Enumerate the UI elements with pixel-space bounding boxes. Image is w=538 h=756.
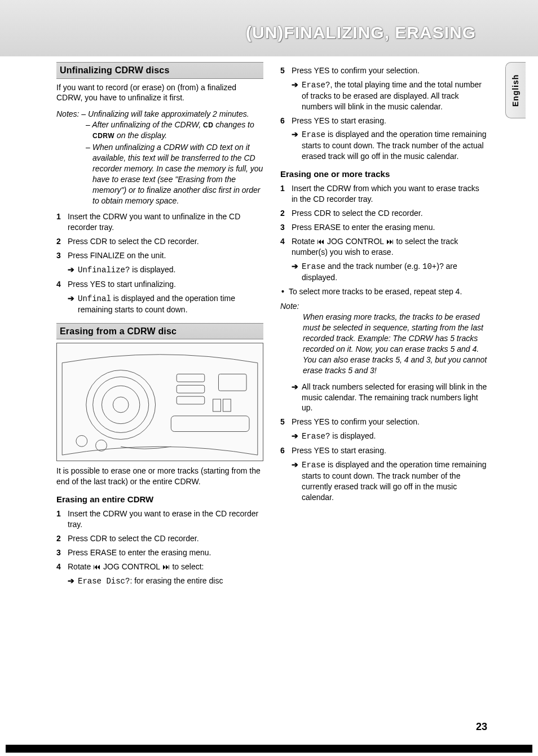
display-text: Erase?: [302, 81, 330, 90]
display-text: Erase?: [302, 432, 330, 441]
skip-next-icon: ⏭: [162, 562, 170, 571]
note-text: – After unfinalizing of the CDRW,: [86, 120, 203, 129]
step-text: Press YES to start unfinalizing.: [68, 279, 176, 290]
step-text: Insert the CDRW you want to erase in the…: [68, 509, 263, 530]
step-1: 1Insert the CDRW from which you want to …: [280, 183, 487, 205]
svg-rect-9: [213, 399, 221, 412]
display-text: 10+: [422, 262, 436, 271]
step-1: 1Insert the CDRW you want to unfinalize …: [56, 211, 263, 233]
note-text: When erasing more tracks, the tracks to …: [280, 312, 487, 375]
arrow-right-icon: ➔: [68, 293, 74, 315]
step-text: Press CDR to select the CD recorder.: [292, 208, 423, 219]
svg-rect-10: [223, 399, 231, 412]
note-item: – After unfinalizing of the CDRW, CD cha…: [56, 120, 263, 141]
skip-prev-icon: ⏮: [93, 562, 101, 571]
step-2: 2Press CDR to select the CD recorder.: [56, 533, 263, 544]
step-text: Press CDR to select the CD recorder.: [68, 533, 199, 544]
text: Rotate: [292, 237, 317, 246]
result-after-note: ➔All track numbers selected for erasing …: [292, 382, 487, 414]
device-illustration-svg: [57, 343, 263, 461]
note-item: – Unfinalizing will take approximately 2…: [81, 109, 249, 118]
bullet-item: To select more tracks to be erased, repe…: [281, 286, 487, 297]
step-text: Press ERASE to enter the erasing menu.: [292, 222, 435, 233]
step-3: 3Press ERASE to enter the erasing menu.: [56, 547, 263, 558]
arrow-right-icon: ➔: [292, 79, 298, 112]
display-text: Erase: [302, 262, 325, 271]
step-text: Press YES to start erasing.: [292, 445, 386, 456]
note-item: – When unfinalizing a CDRW with CD text …: [56, 142, 263, 206]
bullet-text: To select more tracks to be erased, repe…: [289, 286, 462, 297]
step-6-result: ➔Erase is displayed and the operation ti…: [292, 459, 487, 503]
svg-rect-8: [171, 416, 249, 432]
step-3: 3Press ERASE to enter the erasing menu.: [280, 222, 487, 233]
svg-rect-7: [219, 374, 247, 391]
step-6: 6Press YES to start erasing.: [280, 445, 487, 456]
notes-block: Notes: – Unfinalizing will take approxim…: [56, 109, 263, 206]
notes-label: Notes:: [56, 109, 79, 118]
svg-point-11: [76, 436, 87, 447]
svg-rect-5: [177, 385, 205, 393]
note-text: changes to: [213, 120, 254, 129]
step-text: Press YES to confirm your selection.: [292, 65, 420, 76]
step-text: Press FINALIZE on the unit.: [68, 250, 166, 261]
result-text: and the track number (e.g.: [325, 262, 422, 271]
step-text: Press CDR to select the CD recorder.: [68, 236, 199, 247]
svg-rect-6: [177, 396, 205, 404]
subheading-erase-entire: Erasing an entire CDRW: [56, 494, 263, 505]
text: Rotate: [68, 562, 93, 571]
step-2: 2Press CDR to select the CD recorder.: [280, 208, 487, 219]
display-text: Erase Disc?: [78, 577, 130, 586]
display-cd-icon: CD: [203, 121, 213, 129]
svg-point-1: [93, 377, 149, 433]
device-illustration: [56, 343, 263, 461]
step-1: 1Insert the CDRW you want to erase in th…: [56, 509, 263, 530]
language-tab-label: English: [510, 74, 521, 107]
step-4: 4 Rotate ⏮ JOG CONTROL ⏭ to select:: [56, 562, 263, 572]
step-4: 4Press YES to start unfinalizing.: [56, 279, 263, 290]
step-4: 4 Rotate ⏮ JOG CONTROL ⏭ to select the t…: [280, 236, 487, 258]
text: to select:: [170, 562, 204, 571]
step-5: 5Press YES to confirm your selection.: [280, 65, 487, 76]
section-heading-unfinalizing: Unfinalizing CDRW discs: [56, 62, 263, 79]
step-6: 6Press YES to start erasing.: [280, 116, 487, 126]
svg-point-3: [113, 397, 129, 413]
display-text: Unfinal: [78, 294, 111, 303]
subheading-erase-tracks: Erasing one or more tracks: [280, 169, 487, 180]
result-text: is displayed and the operation time rema…: [302, 460, 487, 502]
svg-rect-4: [177, 374, 205, 382]
bullet-dot-icon: [281, 286, 284, 297]
step-text: Insert the CDRW from which you want to e…: [292, 183, 487, 205]
arrow-right-icon: ➔: [292, 261, 298, 283]
arrow-right-icon: ➔: [292, 129, 298, 162]
note-label: Note:: [280, 302, 299, 311]
result-text: is displayed.: [130, 265, 175, 274]
svg-point-0: [86, 370, 156, 440]
step-5-result: ➔Erase? is displayed.: [292, 431, 487, 442]
arrow-right-icon: ➔: [292, 459, 298, 503]
arrow-right-icon: ➔: [292, 431, 298, 442]
erasing-intro: It is possible to erase one or more trac…: [56, 466, 263, 487]
display-text: Unfinalize?: [78, 266, 130, 275]
result-text: is displayed and the operation time rema…: [302, 130, 487, 161]
result-text: is displayed.: [330, 431, 376, 440]
step-text: Press YES to confirm your selection.: [292, 417, 420, 427]
arrow-right-icon: ➔: [68, 576, 74, 587]
step-3: 3Press FINALIZE on the unit.: [56, 250, 263, 261]
result-text: All track numbers selected for erasing w…: [302, 382, 487, 414]
language-tab: English: [505, 62, 526, 118]
right-column: 5Press YES to confirm your selection. ➔E…: [280, 62, 487, 586]
note-block: Note: When erasing more tracks, the trac…: [280, 301, 487, 375]
step-4-result: ➔Unfinal is displayed and the operation …: [68, 293, 263, 315]
left-column: Unfinalizing CDRW discs If you want to r…: [56, 62, 263, 586]
step-text: Rotate ⏮ JOG CONTROL ⏭ to select the tra…: [292, 236, 487, 258]
text: JOG CONTROL: [101, 562, 162, 571]
step-text: Press ERASE to enter the erasing menu.: [68, 547, 211, 558]
arrow-right-icon: ➔: [68, 264, 74, 276]
step-6-result: ➔Erase is displayed and the operation ti…: [292, 129, 487, 162]
result-text: : for erasing the entire disc: [130, 576, 223, 585]
step-2: 2Press CDR to select the CD recorder.: [56, 236, 263, 247]
note-text: on the display.: [114, 131, 167, 140]
bottom-bar: [6, 745, 532, 753]
text: JOG CONTROL: [325, 237, 386, 246]
step-4-result: ➔Erase Disc?: for erasing the entire dis…: [68, 576, 263, 587]
